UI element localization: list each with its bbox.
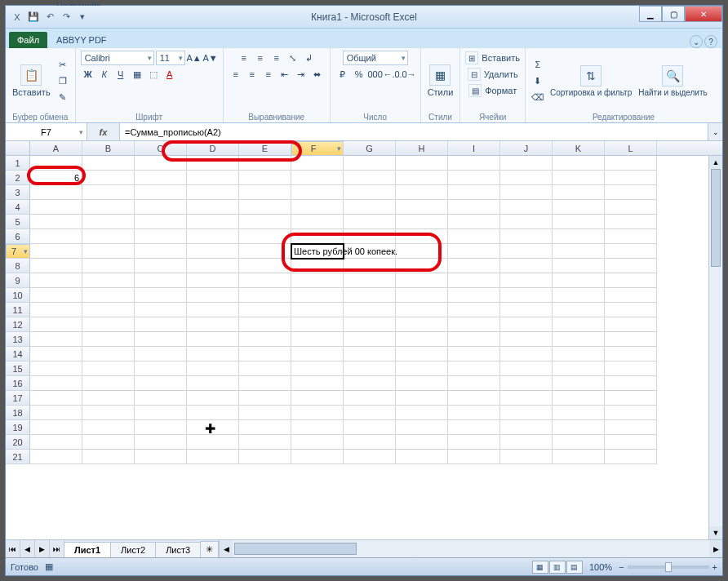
cell-E14[interactable] [239,347,291,361]
cell-L12[interactable] [605,317,657,332]
cell-A14[interactable] [30,347,82,361]
cell-C14[interactable] [135,347,187,361]
merge-button[interactable]: ⬌ [310,67,325,82]
cell-L13[interactable] [605,332,657,347]
cell-J5[interactable] [500,215,553,229]
cell-E8[interactable] [239,259,291,273]
cell-A7[interactable] [30,244,82,259]
cell-F18[interactable] [291,406,344,420]
cell-J21[interactable] [500,450,553,464]
cell-F16[interactable] [291,376,344,391]
cell-C4[interactable] [135,200,187,215]
cell-H14[interactable] [396,347,448,361]
cell-G6[interactable] [344,229,396,244]
row-header-3[interactable]: 3 [6,185,30,200]
fill-button[interactable]: ⬇ [530,73,545,88]
row-header-10[interactable]: 10 [6,288,30,303]
cell-K13[interactable] [553,332,605,347]
cell-C10[interactable] [135,288,187,303]
cell-H17[interactable] [396,391,448,406]
col-header-G[interactable]: G [344,141,396,155]
cell-E3[interactable] [239,185,291,200]
row-header-8[interactable]: 8 [6,259,30,273]
close-button[interactable]: ✕ [685,6,722,22]
cell-K1[interactable] [553,156,605,171]
row-header-13[interactable]: 13 [6,332,30,347]
align-right-button[interactable]: ≡ [261,67,276,82]
cell-K18[interactable] [553,406,605,420]
cell-A19[interactable] [30,420,82,435]
cell-D2[interactable] [187,171,239,185]
cell-L5[interactable] [605,215,657,229]
cell-K12[interactable] [553,317,605,332]
row-header-4[interactable]: 4 [6,200,30,215]
font-family-select[interactable]: Calibri [81,51,154,65]
cell-C7[interactable] [135,244,187,259]
cell-D7[interactable] [187,244,239,259]
cell-G20[interactable] [344,435,396,450]
cell-I5[interactable] [448,215,500,229]
cell-G10[interactable] [344,288,396,303]
align-center-button[interactable]: ≡ [245,67,260,82]
cell-A1[interactable] [30,156,82,171]
cell-A21[interactable] [30,450,82,464]
cell-D17[interactable] [187,391,239,406]
cell-A16[interactable] [30,376,82,391]
cell-H4[interactable] [396,200,448,215]
cell-H8[interactable] [396,259,448,273]
font-size-select[interactable]: 11 [156,51,185,65]
cell-H7[interactable] [396,244,448,259]
cell-H5[interactable] [396,215,448,229]
cell-E9[interactable] [239,273,291,288]
indent-inc-button[interactable]: ⇥ [294,67,309,82]
bold-button[interactable]: Ж [81,67,95,82]
cell-K19[interactable] [553,420,605,435]
cell-D11[interactable] [187,303,239,317]
cell-I7[interactable] [448,244,500,259]
row-header-15[interactable]: 15 [6,361,30,376]
paste-button[interactable]: 📋 Вставить [11,63,52,99]
cell-F21[interactable] [291,450,344,464]
cell-B8[interactable] [82,259,135,273]
maximize-button[interactable]: ▢ [662,6,685,22]
cell-B2[interactable] [82,171,135,185]
cell-G2[interactable] [344,171,396,185]
cell-H11[interactable] [396,303,448,317]
cell-L17[interactable] [605,391,657,406]
ribbon-min-icon[interactable]: ⌄ [690,35,703,48]
zoom-slider[interactable] [628,565,709,569]
brush-button[interactable]: ✎ [55,90,70,104]
cell-I10[interactable] [448,288,500,303]
cell-D12[interactable] [187,317,239,332]
cell-F10[interactable] [291,288,344,303]
cell-I11[interactable] [448,303,500,317]
cell-I17[interactable] [448,391,500,406]
orientation-button[interactable]: ⤡ [286,51,300,65]
formula-expand-button[interactable]: ⌄ [708,123,722,140]
cell-K17[interactable] [553,391,605,406]
cell-D20[interactable] [187,435,239,450]
align-bot-button[interactable]: ≡ [269,51,284,65]
underline-button[interactable]: Ч [113,67,128,82]
cell-G5[interactable] [344,215,396,229]
cell-F5[interactable] [291,215,344,229]
cell-H9[interactable] [396,273,448,288]
cell-G13[interactable] [344,332,396,347]
row-header-11[interactable]: 11 [6,303,30,317]
cell-A8[interactable] [30,259,82,273]
cell-D10[interactable] [187,288,239,303]
cell-D6[interactable] [187,229,239,244]
cell-L9[interactable] [605,273,657,288]
cell-B16[interactable] [82,376,135,391]
select-all-corner[interactable] [6,141,30,155]
cell-G9[interactable] [344,273,396,288]
cell-J19[interactable] [500,420,553,435]
cell-H19[interactable] [396,420,448,435]
cell-D13[interactable] [187,332,239,347]
view-layout-button[interactable]: ▥ [549,561,566,574]
cell-F8[interactable] [291,259,344,273]
cell-I2[interactable] [448,171,500,185]
cell-K5[interactable] [553,215,605,229]
cut-button[interactable]: ✂ [55,57,70,72]
cell-J11[interactable] [500,303,553,317]
